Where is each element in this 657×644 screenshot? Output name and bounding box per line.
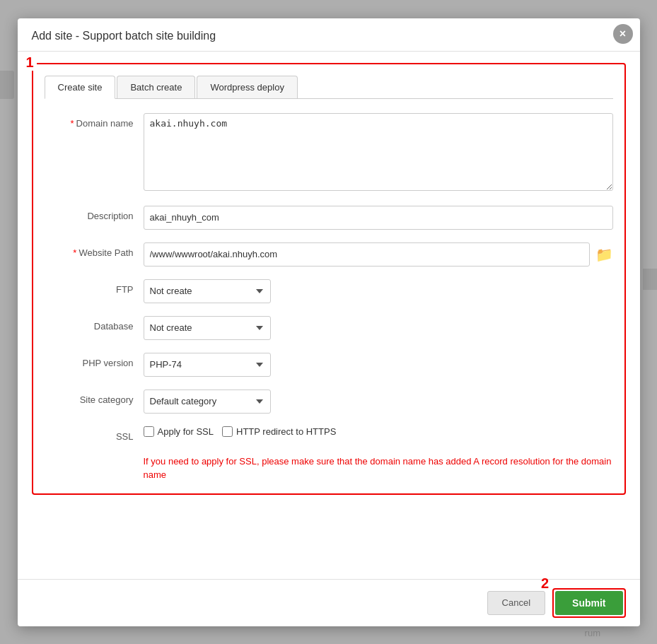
website-path-row: *Website Path 📁	[45, 242, 613, 267]
website-path-control: 📁	[144, 242, 613, 267]
website-path-input[interactable]	[144, 242, 590, 267]
ssl-note: If you need to apply for SSL, please mak…	[45, 455, 613, 482]
http-redirect-checkbox[interactable]	[222, 426, 233, 437]
folder-icon[interactable]: 📁	[595, 246, 613, 263]
site-category-control: Default category	[144, 390, 613, 414]
tab-wordpress-deploy[interactable]: Wordpress deploy	[197, 76, 298, 98]
site-category-row: Site category Default category	[45, 390, 613, 414]
description-label: Description	[45, 206, 144, 221]
close-button[interactable]: ×	[613, 24, 633, 44]
domain-name-control: akai.nhuyh.com	[144, 113, 613, 193]
php-version-label: PHP version	[45, 353, 144, 368]
modal-footer: Cancel 2 Submit	[18, 579, 640, 626]
website-path-wrapper: 📁	[144, 242, 613, 267]
site-category-label: Site category	[45, 390, 144, 405]
ssl-row: SSL Apply for SSL HTTP redirect to HTTPS	[45, 426, 613, 442]
ssl-options-row: Apply for SSL HTTP redirect to HTTPS	[144, 426, 613, 437]
php-version-row: PHP version PHP-74 PHP-80 PHP-81 PHP-82	[45, 353, 613, 377]
modal-title: Add site - Support batch site building	[32, 30, 216, 42]
domain-name-label: *Domain name	[45, 113, 144, 129]
http-redirect-label[interactable]: HTTP redirect to HTTPS	[222, 426, 336, 437]
modal-overlay: Add site - Support batch site building ×…	[0, 0, 657, 644]
submit-button-wrapper: 2 Submit	[552, 588, 625, 618]
ftp-control: Not create Create	[144, 279, 613, 303]
database-row: Database Not create Create	[45, 316, 613, 340]
section-number-2: 2	[541, 575, 549, 592]
ftp-row: FTP Not create Create	[45, 279, 613, 303]
modal-body: 1 Create site Batch create Wordpress dep…	[18, 52, 640, 579]
description-control	[144, 206, 613, 230]
database-label: Database	[45, 316, 144, 332]
description-row: Description	[45, 206, 613, 230]
domain-name-input[interactable]: akai.nhuyh.com	[144, 113, 613, 191]
ssl-label: SSL	[45, 426, 144, 442]
database-control: Not create Create	[144, 316, 613, 340]
apply-ssl-label[interactable]: Apply for SSL	[144, 426, 214, 437]
modal-header: Add site - Support batch site building ×	[18, 18, 640, 52]
tab-bar: Create site Batch create Wordpress deplo…	[45, 76, 613, 99]
main-section: 1 Create site Batch create Wordpress dep…	[32, 63, 626, 495]
website-path-label: *Website Path	[45, 242, 144, 258]
submit-button[interactable]: Submit	[555, 591, 622, 615]
ftp-select[interactable]: Not create Create	[144, 279, 271, 303]
tab-create-site[interactable]: Create site	[45, 76, 116, 99]
domain-name-row: *Domain name akai.nhuyh.com	[45, 113, 613, 193]
required-star-path: *	[73, 247, 76, 258]
modal-dialog: Add site - Support batch site building ×…	[18, 18, 640, 626]
section-number-1: 1	[23, 54, 37, 71]
apply-ssl-checkbox[interactable]	[144, 426, 154, 437]
php-version-control: PHP-74 PHP-80 PHP-81 PHP-82	[144, 353, 613, 377]
site-category-select[interactable]: Default category	[144, 390, 271, 414]
description-input[interactable]	[144, 206, 613, 230]
ftp-label: FTP	[45, 279, 144, 295]
ssl-control: Apply for SSL HTTP redirect to HTTPS	[144, 426, 613, 437]
cancel-button[interactable]: Cancel	[487, 591, 545, 615]
tab-batch-create[interactable]: Batch create	[117, 76, 195, 98]
php-version-select[interactable]: PHP-74 PHP-80 PHP-81 PHP-82	[144, 353, 271, 377]
database-select[interactable]: Not create Create	[144, 316, 271, 340]
required-star: *	[71, 118, 74, 129]
